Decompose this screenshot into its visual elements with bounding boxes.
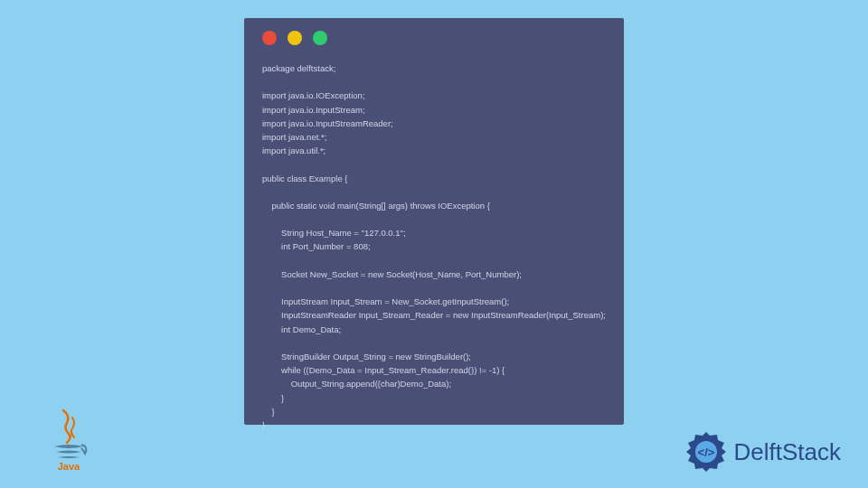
gear-icon: </>: [684, 429, 729, 474]
minimize-icon: [288, 31, 302, 45]
maximize-icon: [313, 31, 327, 45]
delftstack-logo: </> DelftStack: [684, 429, 842, 474]
svg-text:</>: </>: [697, 446, 714, 459]
close-icon: [262, 31, 277, 45]
java-logo: Java: [45, 408, 92, 472]
window-controls: [262, 31, 606, 45]
code-content: package delftstack; import java.io.IOExc…: [262, 61, 606, 432]
java-label-text: Java: [58, 461, 80, 472]
delftstack-label: DelftStack: [734, 438, 842, 466]
code-window: package delftstack; import java.io.IOExc…: [244, 18, 624, 425]
